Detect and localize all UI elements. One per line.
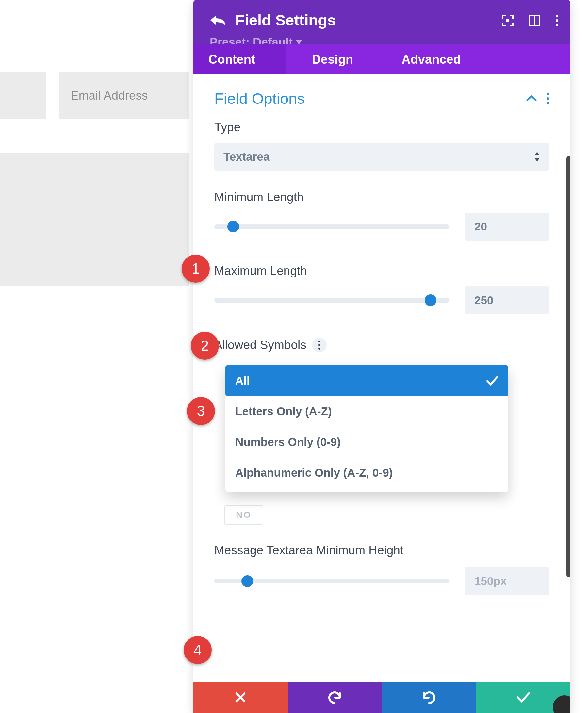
tab-design[interactable]: Design — [286, 44, 379, 74]
panel-body: Field Options Type Textarea — [193, 74, 570, 713]
min-height-slider[interactable] — [214, 579, 449, 583]
allowed-symbols-label: Allowed Symbols — [214, 338, 307, 352]
type-label: Type — [214, 121, 549, 134]
undo-button[interactable] — [288, 682, 382, 713]
tab-advanced[interactable]: Advanced — [379, 44, 483, 74]
more-icon[interactable] — [555, 14, 559, 27]
slider-thumb[interactable] — [241, 575, 253, 587]
svg-point-5 — [556, 24, 558, 26]
svg-point-8 — [547, 102, 549, 105]
max-length-label: Maximum Length — [214, 264, 549, 278]
min-length-label: Minimum Length — [214, 190, 549, 204]
section-title[interactable]: Field Options — [214, 89, 305, 107]
allowed-symbols-option-letters[interactable]: Letters Only (A-Z) — [225, 396, 508, 427]
annotation-4: 4 — [184, 636, 212, 664]
settings-panel: Field Settings Preset: Default Content — [193, 0, 570, 713]
panel-title: Field Settings — [235, 11, 336, 29]
scrollbar[interactable] — [566, 156, 570, 577]
select-arrows-icon — [534, 151, 540, 162]
svg-rect-0 — [506, 19, 509, 22]
collapse-icon[interactable] — [526, 95, 537, 102]
svg-point-3 — [556, 15, 558, 17]
min-height-label: Message Textarea Minimum Height — [214, 542, 410, 559]
svg-point-7 — [547, 97, 549, 100]
type-select[interactable]: Textarea — [214, 143, 549, 171]
email-input[interactable]: Email Address — [59, 72, 189, 119]
allowed-symbols-option-all[interactable]: All — [225, 365, 508, 396]
panel-footer — [193, 682, 570, 713]
min-length-value[interactable]: 20 — [464, 213, 549, 241]
columns-icon[interactable] — [528, 15, 540, 26]
allowed-symbols-option-alnum[interactable]: Alphanumeric Only (A-Z, 0-9) — [225, 457, 508, 488]
fullscreen-icon[interactable] — [502, 15, 513, 26]
tab-bar: Content Design Advanced — [193, 44, 570, 74]
redo-button[interactable] — [382, 682, 476, 713]
slider-thumb[interactable] — [227, 221, 239, 233]
allowed-symbols-more-icon[interactable] — [312, 338, 327, 352]
bg-input-left — [0, 72, 46, 119]
allowed-symbols-option-numbers[interactable]: Numbers Only (0-9) — [225, 427, 508, 457]
svg-point-4 — [556, 19, 558, 22]
annotation-1: 1 — [182, 255, 210, 283]
panel-header: Field Settings Preset: Default Content — [193, 0, 570, 74]
bg-textarea[interactable] — [0, 153, 189, 286]
type-value: Textarea — [224, 150, 270, 163]
email-placeholder: Email Address — [70, 89, 148, 103]
min-height-value[interactable]: 150px — [464, 567, 549, 595]
check-icon — [486, 376, 499, 386]
back-icon[interactable] — [210, 13, 226, 27]
svg-point-6 — [547, 93, 549, 95]
annotation-3: 3 — [187, 397, 215, 425]
max-length-value[interactable]: 250 — [464, 286, 549, 315]
section-more-icon[interactable] — [546, 92, 549, 105]
annotation-2: 2 — [191, 332, 219, 360]
cancel-button[interactable] — [193, 682, 288, 713]
tab-content[interactable]: Content — [193, 44, 286, 74]
toggle-no[interactable]: NO — [224, 505, 263, 525]
slider-thumb[interactable] — [425, 295, 436, 306]
allowed-symbols-dropdown: All Letters Only (A-Z) Numbers Only (0-9… — [225, 365, 508, 492]
min-length-slider[interactable] — [214, 224, 449, 229]
max-length-slider[interactable] — [214, 298, 449, 303]
